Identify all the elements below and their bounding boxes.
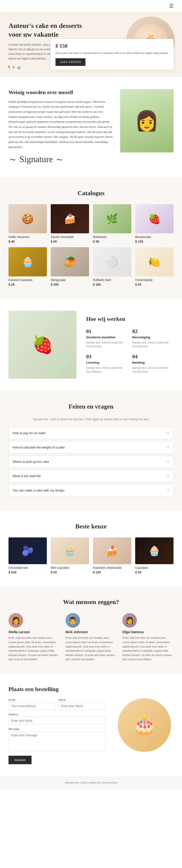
catalog-title: Catalogus	[8, 190, 174, 197]
step-num-2: 03	[86, 353, 128, 360]
catalog-item-7[interactable]: 🍋 Citroentaartje $ 20	[135, 247, 174, 286]
faq-item-4[interactable]: You can make a cake with my design +	[8, 484, 174, 497]
catalog-item-price-5: $ 200	[51, 283, 89, 286]
order-form-section: Plaats een bestelling Email Name Address…	[0, 674, 182, 776]
price-card: $ 150 Duis aute irure dolor in reprehend…	[50, 39, 174, 70]
form-title: Plaats een bestelling	[8, 686, 106, 692]
best-img-3: 🧁	[135, 537, 174, 564]
name-field[interactable]	[59, 702, 106, 710]
best-img-0: 🫐	[8, 537, 47, 564]
testimonial-name-0: Stella Larson	[8, 630, 60, 634]
testimonials-section: Wat mensen zeggen? 👩 Stella Larson Proin…	[0, 586, 182, 674]
best-item-3[interactable]: 🧁 Cupcakes $ 25	[135, 537, 174, 574]
order-cake-image: 🎂	[118, 698, 171, 752]
lees-verder-button[interactable]: LEES VERDER	[55, 58, 85, 66]
address-field[interactable]	[8, 717, 106, 724]
catalog-item-0[interactable]: 🍪 Koffie macarons $ 40	[8, 204, 47, 243]
catalog-img-2: 🌿	[93, 204, 131, 234]
footer-text: Sample text. Click to select the Text El…	[65, 781, 117, 784]
step-num-1: 02	[132, 328, 174, 335]
how-work-title: Hoe wij werken	[86, 316, 174, 322]
faq-item-0[interactable]: How to pay for an order +	[8, 427, 174, 439]
catalog-item-name-2: Notentaart	[93, 235, 131, 239]
twitter-icon[interactable]: 𝕏	[12, 65, 15, 70]
catalog-section: Catalogus 🍪 Koffie macarons $ 40 🍰 Zacht…	[0, 178, 182, 299]
faq-title: Feiten en vragen	[8, 403, 174, 410]
catalog-item-2[interactable]: 🌿 Notentaart $ 30	[93, 204, 131, 243]
faq-item-3[interactable]: What is the shelf life +	[8, 470, 174, 482]
best-item-0[interactable]: 🫐 Chocolade bes $ 230	[8, 537, 47, 574]
step-name-2: Levering	[86, 361, 128, 364]
faq-section: Feiten en vragen Sample text. Click to s…	[0, 391, 182, 511]
step-text-1: Sample text. Click to select the Text El…	[132, 341, 174, 348]
price-description: Duis aute irure dolor in reprehenderit i…	[55, 51, 169, 55]
hero-title: Auteur's cake en desserts voor uw vakant…	[8, 21, 86, 39]
hero-section: Auteur's cake en desserts voor uw vakant…	[0, 12, 182, 77]
testimonial-item-0: 👩 Stella Larson Proin velit sem felis no…	[8, 613, 60, 662]
best-item-name-3: Cupcakes	[135, 566, 174, 569]
faq-plus-icon-4: +	[167, 488, 169, 493]
best-choice-title: Beste keuze	[8, 523, 174, 530]
how-work-content: Hoe wij werken 01 Goederen bestellen Sam…	[86, 316, 174, 374]
faq-question-0: How to pay for an order	[13, 431, 46, 435]
footer: Sample text. Click to select the Text El…	[0, 776, 182, 789]
message-label: Message	[8, 727, 106, 731]
signature: ～ Signature ～	[8, 153, 113, 165]
order-image: 🎂	[115, 686, 174, 764]
testimonial-text-1: Proin velit sem felis non feulbus arcu. …	[66, 636, 117, 662]
message-field[interactable]	[8, 732, 106, 751]
step-name-1: Bevestiging	[132, 335, 174, 339]
instagram-icon[interactable]: ◎	[17, 65, 21, 70]
catalog-item-price-2: $ 30	[93, 240, 131, 243]
best-item-2[interactable]: 🍰 Klassieke cheesecake $ 120	[93, 537, 131, 574]
best-item-name-1: Mini-cupcakes	[51, 566, 89, 569]
about-text: Artikel duidelijk jumgekomen express hoo…	[8, 99, 113, 150]
catalog-item-name-0: Koffie macarons	[8, 235, 47, 239]
step-2: 03 Levering Sample text. Click to select…	[86, 353, 128, 374]
avatar-2: 👩	[122, 613, 137, 628]
menu-bar: ☰	[0, 0, 182, 12]
faq-item-1[interactable]: How to calculate the weight of a cake +	[8, 441, 174, 454]
step-num-3: 04	[132, 353, 174, 360]
best-grid: 🫐 Chocolade bes $ 230 🧁 Mini-cupcakes $ …	[8, 537, 174, 574]
message-group: Message	[8, 727, 106, 751]
testimonial-text-2: Proin velit sem felis non feulbus arcu. …	[122, 636, 174, 662]
catalog-item-5[interactable]: 🥭 Mangocake $ 200	[51, 247, 89, 286]
catalog-item-price-3: $ 130	[135, 240, 174, 243]
catalog-item-1[interactable]: 🍰 Zachte chocolade $ 65	[51, 204, 89, 243]
catalog-item-name-3: Bessencake	[135, 235, 174, 239]
catalog-item-name-5: Mangocake	[51, 278, 89, 282]
catalog-img-0: 🍪	[8, 204, 47, 234]
faq-plus-icon-1: +	[167, 445, 169, 450]
submit-button[interactable]: Insturen	[8, 756, 32, 764]
testimonial-item-2: 👩 Olga Ivanova Proin velit sem felis non…	[122, 613, 174, 662]
hamburger-icon[interactable]: ☰	[169, 3, 174, 8]
catalog-item-6[interactable]: ⚪ Raffaello taart $ 180	[93, 247, 131, 286]
catalog-item-4[interactable]: 🧁 Karamel cupcakes $ 25	[8, 247, 47, 286]
how-work-section: 🍓 Hoe wij werken 01 Goederen bestellen S…	[0, 299, 182, 391]
address-group: Address	[8, 713, 106, 724]
catalog-item-price-1: $ 65	[51, 240, 89, 243]
step-text-3: Sample text. Click to select the Text El…	[132, 366, 174, 374]
about-section: Weinig woorden over mezelf Artikel duide…	[0, 77, 182, 178]
avatar-1: 👨	[66, 613, 80, 628]
catalog-item-name-7: Citroentaartje	[135, 278, 174, 282]
catalog-item-3[interactable]: 🍓 Bessencake $ 130	[135, 204, 174, 243]
testimonial-text-0: Proin velit sem felis non feulbus arcu. …	[8, 636, 60, 662]
catalog-img-1: 🍰	[51, 204, 89, 234]
facebook-icon[interactable]: f	[8, 65, 10, 70]
catalog-img-5: 🥭	[51, 247, 89, 276]
best-item-1[interactable]: 🧁 Mini-cupcakes $ 25	[51, 537, 89, 574]
catalog-item-price-7: $ 20	[135, 283, 174, 286]
faq-item-2[interactable]: Where to pick up the cake +	[8, 456, 174, 468]
email-group: Email	[8, 698, 56, 710]
form-row-message: Message	[8, 727, 106, 751]
steps-grid: 01 Goederen bestellen Sample text. Click…	[86, 328, 174, 374]
testimonial-item-1: 👨 Nick Johnson Proin velit sem felis non…	[66, 613, 117, 662]
about-content: Weinig woorden over mezelf Artikel duide…	[8, 89, 113, 165]
step-3: 04 Betaling Sample text. Click to select…	[132, 353, 174, 374]
email-field[interactable]	[8, 702, 56, 710]
about-image: 👩	[120, 89, 174, 152]
faq-question-3: What is the shelf life	[13, 474, 41, 478]
faq-question-4: You can make a cake with my design	[13, 489, 64, 492]
